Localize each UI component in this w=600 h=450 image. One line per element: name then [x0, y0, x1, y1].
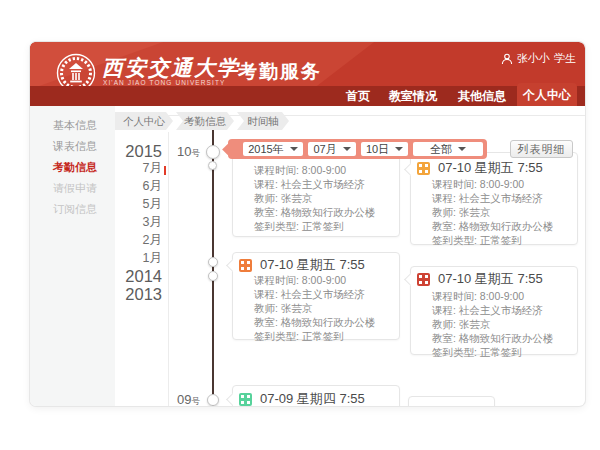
card-fields: 课程时间: 8:00-9:00 课程: 社会主义市场经济 教师: 张芸京 教室:… — [432, 289, 573, 359]
user-info[interactable]: 张小小 学生 — [501, 51, 576, 66]
card-header: 07-10 星期五 7:55 — [239, 256, 395, 274]
nav-item-classrooms[interactable]: 教室情况 — [382, 89, 444, 105]
attendance-card: 07-10 星期五 7:55 课程时间: 8:00-9:00 课程: 社会主义市… — [410, 266, 578, 355]
scale-month-jan[interactable]: 1月 — [98, 250, 162, 267]
day-dropdown[interactable]: 10日 — [361, 142, 408, 156]
timeline-node-small — [207, 394, 219, 406]
card-fields: 课程时间: 8:00-9:00 课程: 社会主义市场经济 教师: 张芸京 教室:… — [254, 273, 395, 343]
breadcrumb-attendance-info[interactable]: 考勤信息 — [176, 112, 234, 130]
card-title: 07-10 星期五 7:55 — [260, 256, 365, 274]
card-header: 07-09 星期四 7:55 — [239, 390, 395, 406]
day-marker-09: 09号 — [177, 392, 200, 406]
card-pointer — [226, 393, 239, 406]
sidebar-item-basic-info[interactable]: 基本信息 — [53, 118, 97, 132]
calendar-icon — [417, 273, 430, 286]
app-window: 西安交通大学 XI'AN JIAO TONG UNIVERSITY 考勤服务 张… — [30, 42, 585, 406]
scale-year-2014[interactable]: 2014 — [98, 267, 162, 286]
attendance-card: 07-10 星期五 7:55 课程时间: 8:00-9:00 课程: 社会主义市… — [232, 252, 400, 340]
calendar-icon — [239, 259, 252, 272]
month-dropdown[interactable]: 07月 — [308, 142, 356, 156]
attendance-card: 07-10 星期五 7:55 课程时间: 8:00-9:00 课程: 社会主义市… — [410, 152, 578, 245]
user-name: 张小小 — [517, 51, 550, 66]
card-title: 07-09 星期四 7:55 — [260, 390, 365, 406]
timeline-node-small — [208, 271, 218, 281]
scale-month-may[interactable]: 5月 — [98, 196, 162, 213]
scale-month-jul[interactable]: 7月 — [98, 160, 162, 177]
attendance-card: 07-09 星期四 7:55 — [232, 385, 400, 406]
timeline-node-small — [208, 257, 218, 267]
timeline-scale: 2015 7月 6月 5月 3月 2月 1月 2014 2013 — [98, 42, 162, 406]
card-pointer — [404, 273, 417, 286]
card-title: 07-10 星期五 7:55 — [438, 159, 543, 177]
nav-tab-personal-center[interactable]: 个人中心 — [517, 83, 577, 106]
sidebar-item-schedule-info[interactable]: 课表信息 — [53, 139, 97, 153]
sidebar-item-subscription-info[interactable]: 订阅信息 — [53, 202, 97, 216]
chevron-down-icon — [458, 147, 466, 151]
card-fields: 课程时间: 8:00-9:00 课程: 社会主义市场经济 教师: 张芸京 教室:… — [432, 177, 573, 247]
card-title: 07-10 星期五 7:55 — [438, 270, 543, 288]
attendance-card-partial — [408, 396, 495, 406]
scale-year-2015[interactable]: 2015 — [98, 142, 162, 161]
timeline-node-large — [206, 145, 220, 159]
scale-divider — [168, 132, 169, 406]
service-title: 考勤服务 — [238, 59, 322, 85]
calendar-icon — [417, 162, 430, 175]
card-header: 07-10 星期五 7:55 — [417, 159, 573, 177]
breadcrumb-timeline[interactable]: 时间轴 — [237, 112, 289, 130]
sidebar-item-leave-request[interactable]: 请假申请 — [53, 181, 97, 195]
card-pointer — [226, 259, 239, 272]
chevron-down-icon — [343, 147, 351, 151]
day-marker-10: 10号 — [177, 144, 200, 160]
calendar-icon — [239, 393, 252, 406]
card-fields: 课程时间: 8:00-9:00 课程: 社会主义市场经济 教师: 张芸京 教室:… — [254, 163, 395, 233]
nav-item-other-info[interactable]: 其他信息 — [451, 89, 513, 105]
timeline-axis — [212, 130, 214, 406]
timeline-node-small — [208, 161, 217, 170]
user-icon — [501, 53, 513, 65]
sidebar-item-attendance-info[interactable]: 考勤信息 — [53, 160, 97, 174]
list-detail-button[interactable]: 列表明细 — [510, 140, 573, 158]
nav-item-home[interactable]: 首页 — [337, 89, 379, 105]
card-header: 07-10 星期五 7:55 — [417, 270, 573, 288]
scale-month-jun[interactable]: 6月 — [98, 178, 162, 195]
scale-year-2013[interactable]: 2013 — [98, 285, 162, 304]
user-role: 学生 — [554, 51, 576, 66]
scale-month-mar[interactable]: 3月 — [98, 214, 162, 231]
card-pointer — [404, 163, 417, 176]
current-month-marker — [164, 166, 166, 175]
chevron-down-icon — [395, 147, 403, 151]
attendance-card: 课程时间: 8:00-9:00 课程: 社会主义市场经济 教师: 张芸京 教室:… — [232, 146, 400, 237]
chevron-down-icon — [290, 147, 298, 151]
scale-month-feb[interactable]: 2月 — [98, 232, 162, 249]
type-dropdown[interactable]: 全部 — [413, 142, 483, 156]
year-dropdown[interactable]: 2015年 — [243, 142, 303, 156]
